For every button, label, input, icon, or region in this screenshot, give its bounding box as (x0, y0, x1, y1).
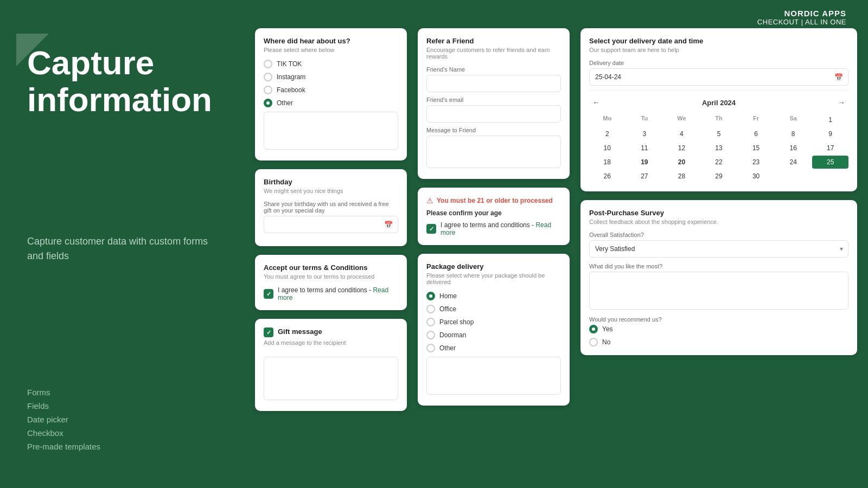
friend-name-input[interactable] (426, 75, 561, 92)
cal-day-25[interactable]: 25 (812, 156, 848, 169)
birthday-field-label: Share your birthday with us and received… (264, 201, 398, 214)
cal-day-28[interactable]: 28 (663, 170, 700, 183)
age-checkbox-item[interactable]: I agree to terms and conditions - Read m… (426, 221, 561, 236)
where-heard-options: TIK TOK Instagram Facebook Other (264, 60, 398, 107)
delivery-date-card: Select your delivery date and time Our s… (580, 28, 857, 191)
cal-day-2[interactable]: 2 (589, 127, 626, 140)
age-section-label: Please confirm your age (426, 209, 561, 217)
delivery-date-input[interactable] (589, 68, 848, 86)
calendar-next[interactable]: → (834, 97, 848, 108)
recommend-no[interactable]: No (589, 338, 848, 346)
radio-facebook[interactable] (264, 86, 272, 94)
delivery-date-input-wrap: 📅 (589, 68, 848, 86)
hero-corner-decoration (16, 34, 49, 66)
radio-other[interactable] (264, 99, 272, 107)
radio-instagram[interactable] (264, 73, 272, 81)
cal-day-29[interactable]: 29 (701, 170, 737, 183)
cal-day-15[interactable]: 15 (738, 142, 774, 155)
cal-day-27[interactable]: 27 (627, 170, 663, 183)
friend-message-label: Message to Friend (426, 127, 561, 133)
brand: NORDIC APPS CHECKOUT | ALL IN ONE (757, 9, 846, 26)
friend-email-input[interactable] (426, 105, 561, 123)
cal-header-tu: Tu (627, 113, 663, 126)
cal-day-3[interactable]: 3 (627, 127, 663, 140)
cal-day-9[interactable]: 9 (812, 127, 848, 140)
cal-day-23[interactable]: 23 (738, 156, 774, 169)
pkg-doorman[interactable]: Doorman (426, 331, 561, 339)
cal-day-19[interactable]: 19 (627, 156, 663, 169)
radio-pkg-other[interactable] (426, 344, 435, 352)
package-subtitle: Please select where your package should … (426, 272, 561, 285)
cal-day-4[interactable]: 4 (663, 127, 700, 140)
delivery-date-title: Select your delivery date and time (589, 37, 848, 45)
refer-title: Refer a Friend (426, 37, 561, 45)
radio-home[interactable] (426, 292, 435, 300)
age-confirm-card: ⚠ You must be 21 or older to processed P… (418, 188, 570, 245)
cal-header-fr: Fr (738, 113, 774, 126)
option-tiktok[interactable]: TIK TOK (264, 60, 398, 68)
survey-feedback-textarea[interactable] (589, 272, 848, 310)
pkg-other-label: Other (439, 344, 456, 352)
cal-day-12[interactable]: 12 (663, 142, 700, 155)
pkg-other[interactable]: Other (426, 344, 561, 352)
cal-day-22[interactable]: 22 (701, 156, 737, 169)
cal-day-11[interactable]: 11 (627, 142, 663, 155)
refer-subtitle: Encourage customers to refer friends and… (426, 47, 561, 60)
satisfaction-dropdown-wrap: Very Satisfied Satisfied Neutral Dissati… (589, 240, 848, 258)
where-heard-textarea[interactable] (264, 112, 398, 150)
terms-checkbox[interactable] (264, 289, 273, 299)
package-textarea[interactable] (426, 357, 561, 395)
friend-email-label: Friend's email (426, 97, 561, 103)
cal-day-6[interactable]: 6 (738, 127, 774, 140)
age-warning: ⚠ You must be 21 or older to processed (426, 196, 561, 205)
age-checkbox[interactable] (426, 224, 436, 234)
birthday-card: Birthday We might sent you nice things S… (255, 169, 407, 246)
satisfaction-dropdown[interactable]: Very Satisfied Satisfied Neutral Dissati… (589, 240, 848, 258)
calendar-icon: 📅 (384, 221, 393, 229)
cal-header-mo: Mo (589, 113, 626, 126)
radio-tiktok[interactable] (264, 60, 272, 68)
birthday-date-input[interactable] (264, 216, 398, 233)
gift-message-title: Gift message (278, 328, 322, 336)
cal-day-17[interactable]: 17 (812, 142, 848, 155)
cal-day-24[interactable]: 24 (775, 156, 812, 169)
delivery-calendar-icon: 📅 (834, 73, 843, 81)
cal-day-13[interactable]: 13 (701, 142, 737, 155)
cal-day-8[interactable]: 8 (775, 127, 812, 140)
option-instagram[interactable]: Instagram (264, 73, 398, 81)
cal-day-20[interactable]: 20 (663, 156, 700, 169)
gift-message-textarea[interactable] (264, 357, 398, 400)
option-facebook-label: Facebook (277, 86, 305, 94)
terms-card: Accept our terms & Conditions You must a… (255, 255, 407, 310)
option-other[interactable]: Other (264, 99, 398, 107)
radio-no[interactable] (589, 338, 598, 346)
cal-day-10[interactable]: 10 (589, 142, 626, 155)
cal-day-30[interactable]: 30 (738, 170, 774, 183)
cal-day-16[interactable]: 16 (775, 142, 812, 155)
radio-parcel[interactable] (426, 318, 435, 326)
cal-day-1[interactable]: 1 (812, 113, 848, 126)
pkg-office[interactable]: Office (426, 305, 561, 313)
option-facebook[interactable]: Facebook (264, 86, 398, 94)
feedback-label: What did you like the most? (589, 263, 848, 269)
radio-yes[interactable] (589, 325, 598, 333)
cal-day-26[interactable]: 26 (589, 170, 626, 183)
survey-card: Post-Purchase Survey Collect feedback ab… (580, 200, 857, 355)
pkg-home[interactable]: Home (426, 292, 561, 300)
friend-name-label: Friend's Name (426, 66, 561, 73)
birthday-subtitle: We might sent you nice things (264, 188, 398, 194)
gift-message-subtitle: Add a message to the recipient (264, 339, 398, 346)
recommend-yes[interactable]: Yes (589, 325, 848, 333)
gift-message-checkbox[interactable] (264, 328, 273, 337)
friend-message-textarea[interactable] (426, 136, 561, 168)
radio-office[interactable] (426, 305, 435, 313)
main-layout: Capture information Capture customer dat… (0, 28, 868, 488)
radio-doorman[interactable] (426, 331, 435, 339)
pkg-parcel[interactable]: Parcel shop (426, 318, 561, 326)
cal-day-18[interactable]: 18 (589, 156, 626, 169)
calendar-prev[interactable]: ← (589, 97, 603, 108)
cal-day-5[interactable]: 5 (701, 127, 737, 140)
right-column: Select your delivery date and time Our s… (575, 28, 868, 477)
terms-checkbox-item[interactable]: I agree to terms and conditions - Read m… (264, 286, 398, 301)
terms-subtitle: You must agree to our terms to processed (264, 273, 398, 280)
